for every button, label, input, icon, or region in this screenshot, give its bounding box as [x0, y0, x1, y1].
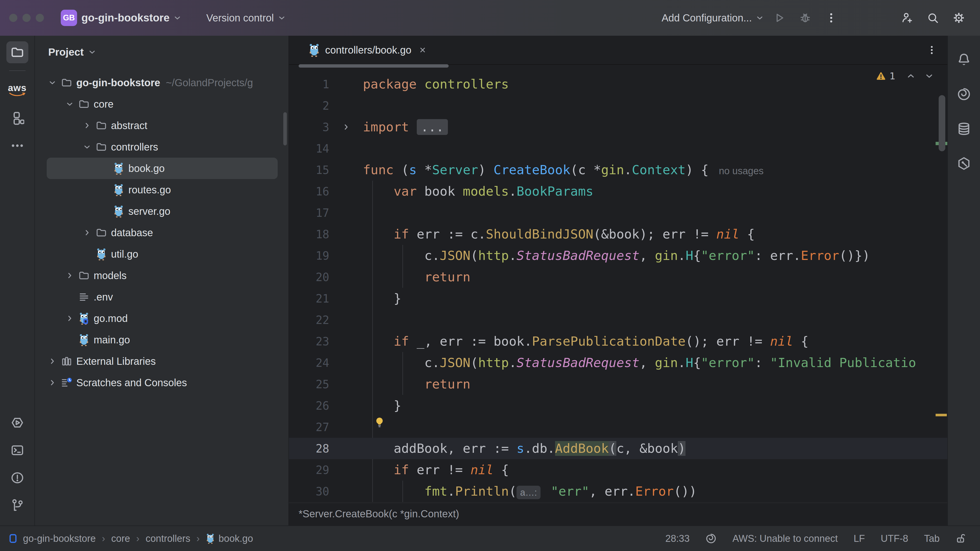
code-line-14[interactable]: 14: [289, 138, 947, 159]
status-crumb-book.go[interactable]: book.go: [218, 533, 253, 544]
notifications-button[interactable]: [953, 48, 975, 70]
ai-assistant-status-icon[interactable]: [705, 533, 717, 544]
tree-item-main.go[interactable]: main.go: [35, 329, 278, 351]
project-panel-title[interactable]: Project: [48, 46, 84, 58]
line-separator[interactable]: LF: [854, 533, 865, 544]
more-tool-windows-button[interactable]: [6, 135, 28, 157]
chevron-right-icon[interactable]: [64, 271, 75, 280]
code-line-19[interactable]: 19 c.JSON(http.StatusBadRequest, gin.H{"…: [289, 245, 947, 266]
project-badge[interactable]: GB: [61, 10, 77, 26]
tree-item-go.mod[interactable]: go.mod: [35, 308, 278, 329]
search-everywhere-button[interactable]: [925, 11, 940, 25]
tree-item-book.go[interactable]: book.go: [47, 158, 278, 179]
tree-item-core[interactable]: core: [35, 94, 278, 115]
window-controls[interactable]: [9, 14, 44, 22]
next-problem-icon[interactable]: [924, 71, 934, 81]
git-tool-button[interactable]: [6, 494, 28, 516]
close-icon[interactable]: [418, 46, 427, 54]
tree-item-models[interactable]: models: [35, 265, 278, 286]
code-line-18[interactable]: 18 if err := c.ShouldBindJSON(&book); er…: [289, 224, 947, 245]
chevron-right-icon[interactable]: [47, 357, 58, 365]
tree-item-controllers[interactable]: controllers: [35, 136, 278, 158]
chevron-down-icon[interactable]: [81, 143, 93, 151]
more-actions-button[interactable]: [824, 11, 838, 25]
tree-item-database[interactable]: database: [35, 222, 278, 243]
database-button[interactable]: [953, 118, 975, 140]
intention-bulb-icon[interactable]: [374, 416, 385, 428]
aws-connection-status[interactable]: AWS: Unable to connect: [732, 533, 838, 544]
code-line-21[interactable]: 21 }: [289, 288, 947, 309]
code-line-28[interactable]: 28 addBook, err := s.db.AddBook(c, &book…: [289, 438, 947, 459]
code-line-3[interactable]: 3 import ...: [289, 116, 947, 138]
status-crumb-go-gin-bookstore[interactable]: go-gin-bookstore: [23, 533, 96, 544]
tab-options-icon[interactable]: [926, 44, 937, 56]
services-tool-button[interactable]: [6, 412, 28, 433]
lock-icon[interactable]: [956, 533, 967, 544]
status-crumb-core[interactable]: core: [111, 533, 130, 544]
tree-item-server.go[interactable]: server.go: [35, 200, 278, 222]
chevron-right-icon[interactable]: [64, 314, 75, 323]
tree-item-scratches-and-consoles[interactable]: Scratches and Consoles: [35, 372, 278, 393]
usages-inlay-hint[interactable]: no usages: [719, 165, 764, 176]
run-configuration-selector[interactable]: Add Configuration...: [662, 12, 752, 24]
code-line-1[interactable]: 1 package controllers: [289, 73, 947, 95]
chevron-right-icon[interactable]: [81, 228, 93, 237]
code-line-29[interactable]: 29 if err != nil {: [289, 459, 947, 481]
ai-assistant-button[interactable]: [953, 83, 975, 105]
tab-book-go[interactable]: controllers/book.go: [299, 36, 436, 64]
close-window-button[interactable]: [9, 14, 18, 22]
code-line-16[interactable]: 16 var book models.BookParams: [289, 181, 947, 202]
tree-item-.env[interactable]: .env: [35, 286, 278, 308]
tree-item-label: controllers: [111, 141, 158, 153]
status-crumb-controllers[interactable]: controllers: [145, 533, 190, 544]
tree-item-routes.go[interactable]: routes.go: [35, 179, 278, 200]
folder-icon: [95, 227, 107, 238]
code-line-23[interactable]: 23 if _, err := book.ParsePublicationDat…: [289, 330, 947, 352]
project-scrollbar[interactable]: [283, 112, 287, 145]
version-control-menu[interactable]: Version control: [206, 12, 274, 24]
gopher-icon: [95, 248, 107, 260]
tree-item-util.go[interactable]: util.go: [35, 243, 278, 265]
folder-icon: [78, 98, 90, 110]
code-line-15[interactable]: 15 func (s *Server) CreateBook(c *gin.Co…: [289, 159, 947, 181]
code-line-24[interactable]: 24 c.JSON(http.StatusBadRequest, gin.H{"…: [289, 352, 947, 373]
editor-scrollbar[interactable]: [939, 95, 945, 151]
code-editor[interactable]: 1 package controllers 2 3 import ... 14 …: [289, 65, 947, 503]
code-line-2[interactable]: 2: [289, 95, 947, 116]
caret-position[interactable]: 28:33: [665, 533, 690, 544]
structure-tool-button[interactable]: [6, 107, 28, 129]
project-tool-button[interactable]: [6, 41, 28, 63]
maximize-window-button[interactable]: [36, 14, 44, 22]
project-switcher[interactable]: go-gin-bookstore: [81, 12, 169, 24]
code-line-25[interactable]: 25 return: [289, 373, 947, 395]
code-line-22[interactable]: 22: [289, 309, 947, 330]
chevron-right-icon[interactable]: [81, 121, 93, 130]
chevron-right-icon[interactable]: [47, 378, 58, 387]
chevron-down-icon[interactable]: [47, 78, 58, 87]
inspection-widget[interactable]: 1: [876, 70, 934, 82]
tree-item-label: External Libraries: [76, 356, 156, 367]
folded-import-block[interactable]: ...: [417, 119, 448, 135]
indent-style[interactable]: Tab: [924, 533, 940, 544]
codewhisperer-button[interactable]: [953, 152, 975, 175]
run-button[interactable]: [772, 11, 787, 25]
settings-button[interactable]: [951, 11, 966, 25]
code-line-26[interactable]: 26 }: [289, 395, 947, 416]
code-line-27[interactable]: 27: [289, 416, 947, 438]
code-line-30[interactable]: 30 fmt.Println(a…: "err", err.Error()): [289, 481, 947, 502]
debug-button[interactable]: [798, 11, 813, 25]
tree-item-abstract[interactable]: abstract: [35, 115, 278, 136]
tree-item-go-gin-bookstore[interactable]: go-gin-bookstore ~/GolandProjects/g: [35, 72, 278, 94]
code-line-17[interactable]: 17: [289, 202, 947, 224]
fold-chevron-icon[interactable]: [342, 123, 350, 131]
minimize-window-button[interactable]: [22, 14, 30, 22]
tree-item-external-libraries[interactable]: External Libraries: [35, 351, 278, 372]
aws-tool-button[interactable]: aws: [6, 79, 28, 102]
problems-tool-button[interactable]: [6, 467, 28, 489]
file-encoding[interactable]: UTF-8: [881, 533, 908, 544]
code-line-20[interactable]: 20 return: [289, 266, 947, 288]
terminal-tool-button[interactable]: [6, 439, 28, 461]
chevron-down-icon[interactable]: [64, 100, 75, 108]
code-with-me-button[interactable]: [899, 11, 914, 25]
previous-problem-icon[interactable]: [906, 71, 916, 81]
